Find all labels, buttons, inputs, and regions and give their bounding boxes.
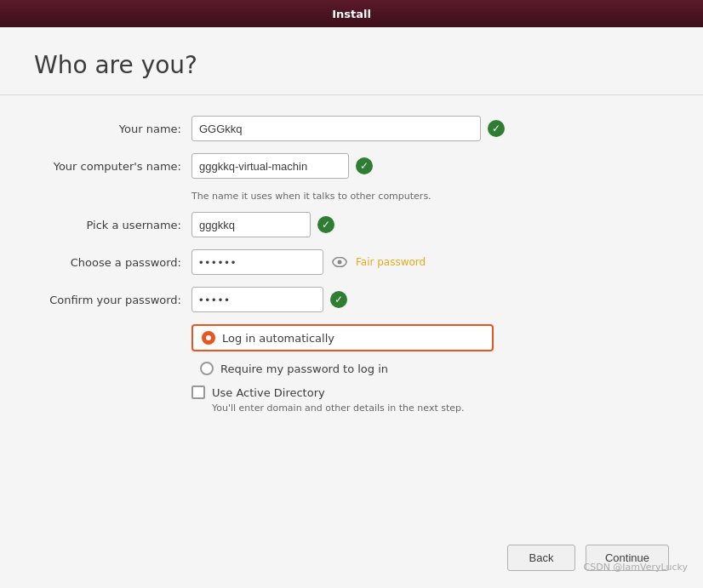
computer-name-label: Your computer's name: (34, 160, 191, 173)
your-name-label: Your name: (34, 123, 191, 135)
page-title: Who are you? (0, 27, 703, 94)
computer-name-hint: The name it uses when it talks to other … (191, 191, 669, 202)
active-directory-label: Use Active Directory (212, 386, 325, 399)
radio-auto-login-btn (202, 331, 215, 345)
main-content: Who are you? Your name: Your computer's … (0, 27, 703, 588)
confirm-password-check-icon (330, 291, 347, 308)
form-area: Your name: Your computer's name: The nam… (0, 116, 703, 528)
computer-name-row: Your computer's name: (34, 153, 669, 179)
svg-point-1 (338, 260, 342, 265)
confirm-password-input-wrap (191, 287, 347, 312)
active-directory-row[interactable]: Use Active Directory (191, 385, 669, 399)
confirm-password-input[interactable] (191, 287, 323, 312)
your-name-input[interactable] (191, 116, 481, 141)
radio-require-password[interactable]: Require my password to log in (191, 357, 494, 380)
confirm-password-row: Confirm your password: (34, 287, 669, 312)
radio-auto-login[interactable]: Log in automatically (191, 324, 494, 351)
password-input-wrap: Fair password (191, 249, 426, 275)
active-directory-checkbox[interactable] (191, 385, 205, 399)
show-password-button[interactable] (330, 257, 349, 267)
title-bar-label: Install (332, 8, 371, 20)
password-input[interactable] (191, 249, 323, 275)
password-label: Choose a password: (34, 256, 191, 269)
computer-name-input[interactable] (191, 153, 349, 179)
username-label: Pick a username: (34, 219, 191, 231)
password-row: Choose a password: Fair password (34, 249, 669, 275)
back-button[interactable]: Back (507, 545, 575, 571)
radio-require-password-btn (200, 362, 214, 375)
active-directory-hint: You'll enter domain and other details in… (191, 402, 669, 414)
divider (0, 94, 703, 95)
username-check-icon (317, 216, 334, 233)
your-name-row: Your name: (34, 116, 669, 141)
confirm-password-label: Confirm your password: (34, 294, 191, 306)
username-input-wrap (191, 212, 334, 237)
radio-auto-login-label: Log in automatically (222, 332, 334, 345)
your-name-input-wrap (191, 116, 505, 141)
computer-name-check-icon (356, 157, 373, 174)
password-strength-label: Fair password (356, 256, 426, 268)
computer-name-input-wrap (191, 153, 373, 179)
username-input[interactable] (191, 212, 311, 237)
username-row: Pick a username: (34, 212, 669, 237)
radio-require-password-label: Require my password to log in (220, 363, 388, 375)
watermark: CSDN @IamVeryLucky (584, 562, 688, 573)
footer: Back Continue (0, 528, 703, 588)
your-name-check-icon (488, 120, 505, 137)
